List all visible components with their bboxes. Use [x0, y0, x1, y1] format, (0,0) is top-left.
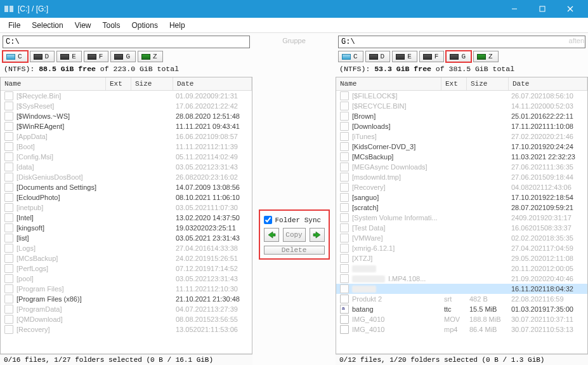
table-row[interactable]: [data]03.05.202123:31:43 [1, 162, 252, 172]
left-filelist-body[interactable]: [$Recycle.Bin]01.09.202009:21:31[$SysRes… [1, 91, 252, 354]
table-row[interactable]: [Program Files]11.11.202112:10:30 [1, 284, 252, 294]
table-row[interactable]: Produkt 2srt482 B22.08.202116:59 [336, 294, 587, 304]
drive-letter: E [407, 53, 412, 60]
table-row[interactable]: [MCsBackup]11.03.2021 22:32:23 [336, 152, 587, 162]
table-row[interactable]: [Test Data]16.06201508:33:37 [336, 223, 587, 233]
table-row[interactable]: [list]03.05.2021 23:31:43 [1, 233, 252, 243]
table-row[interactable]: [$FILELOCK$]26.07.202108:56:10 [336, 91, 587, 101]
drive-button-z[interactable]: Z [473, 51, 499, 62]
folder-icon [340, 244, 349, 253]
drive-button-f[interactable]: F [84, 51, 109, 62]
table-row[interactable]: [sanguo]17.10.201922:18:54 [336, 192, 587, 202]
folder-icon [4, 274, 13, 283]
table-row[interactable]: [AppData]16.06.202109:08:57 [1, 131, 252, 142]
table-row[interactable]: [pool]03.05.202123:31:43 [1, 274, 252, 284]
table-row[interactable]: [msdownld.tmp]27.06.201509:18:44 [336, 172, 587, 182]
drive-button-d[interactable]: D [365, 51, 391, 62]
table-row[interactable]: [$Recycle.Bin]01.09.202009:21:31 [1, 91, 252, 101]
drive-button-e[interactable]: E [56, 51, 82, 62]
table-row[interactable]: 16.11.202118:04:32 [336, 284, 587, 294]
right-filelist-body[interactable]: [$FILELOCK$]26.07.202108:56:10[$RECYCLE.… [336, 91, 587, 354]
table-row[interactable]: [scratch]28.07.202109:59:21 [336, 202, 587, 213]
copy-button[interactable]: Copy [283, 228, 306, 242]
drive-button-g[interactable]: G [110, 51, 136, 62]
table-row[interactable]: [VMWare]02.02.202018:35:35 [336, 233, 587, 243]
table-row[interactable]: [DiskGeniusDosBoot]26.082020:23:16:02 [1, 172, 252, 182]
col-name[interactable]: Name [336, 77, 441, 90]
table-row[interactable]: [Downloads]17.11.202111:10:08 [336, 121, 587, 131]
col-size[interactable]: Size [131, 77, 173, 90]
copy-right-button[interactable] [310, 228, 325, 242]
col-name[interactable]: Name [1, 77, 106, 90]
table-row[interactable]: [Recovery]04.08202112:43:06 [336, 182, 587, 192]
menu-view[interactable]: View [69, 21, 97, 30]
table-row[interactable]: [MCsBackup]24.02.201915:26:51 [1, 253, 252, 263]
drive-button-z[interactable]: Z [138, 51, 163, 62]
left-path-input[interactable] [3, 36, 250, 48]
folder-icon [4, 295, 13, 303]
table-row[interactable]: 20.11.202012:00:05 [336, 263, 587, 274]
table-row[interactable]: IMG_4010MOV188.8 MiB30.07.202110:37:11 [336, 314, 587, 324]
drive-button-g[interactable]: G [446, 51, 471, 62]
table-row[interactable]: [MEGAsync Downloads]27.06.202111:36:35 [336, 162, 587, 172]
menu-file[interactable]: File [3, 21, 26, 30]
table-row[interactable]: [XTZJ]29.05.202012:11:08 [336, 253, 587, 263]
delete-button[interactable]: Delete [264, 246, 325, 255]
table-row[interactable]: I.MP4.108...21.09.202020:40:46 [336, 274, 587, 284]
table-row[interactable]: [Documents and Settings]14.07.2009 13:08… [1, 182, 252, 192]
table-row[interactable]: [System Volume Informati...2409.201920:3… [336, 213, 587, 223]
col-size[interactable]: Size [467, 77, 509, 90]
table-row[interactable]: [KidsCorner-DVD_3]17.10.201920:24:24 [336, 142, 587, 152]
col-date[interactable]: Date [173, 77, 252, 90]
file-icon [340, 315, 349, 324]
menu-selection[interactable]: Selection [26, 21, 69, 30]
row-name: [KidsCorner-DVD_3] [352, 143, 415, 150]
menu-help[interactable]: Help [164, 21, 191, 30]
drive-button-f[interactable]: F [419, 51, 445, 62]
drive-button-c[interactable]: C [338, 51, 363, 62]
table-row[interactable]: [PerfLogs]07.12.201917:14:52 [1, 263, 252, 274]
menu-tools[interactable]: Tools [97, 21, 126, 30]
drive-button-d[interactable]: D [30, 51, 55, 62]
row-name: [data] [16, 163, 34, 171]
table-row[interactable]: [$RECYCLE.BIN]14.11.202000:52:03 [336, 101, 587, 111]
col-date[interactable]: Date [509, 77, 587, 90]
folder-sync-checkbox[interactable] [264, 216, 272, 224]
table-row[interactable]: IMG_4010mp486.4 MiB30.07.202110:53:13 [336, 324, 587, 335]
table-row[interactable]: [iTunes]27.02.202020:21:46 [336, 131, 587, 142]
row-name: IMG_4010 [352, 315, 384, 323]
right-path-input[interactable] [338, 36, 585, 48]
menu-options[interactable]: Options [126, 21, 164, 30]
row-date: 16.06201508:33:37 [509, 224, 587, 232]
maximize-button[interactable] [528, 0, 556, 18]
minimize-button[interactable] [500, 0, 528, 18]
table-row[interactable]: [inetpub]03.05.202111:07:30 [1, 202, 252, 213]
table-row[interactable]: [ProgramData]04.07.202113:27:39 [1, 304, 252, 314]
drive-button-c[interactable]: C [3, 51, 28, 62]
folder-sync-check[interactable]: Folder Sync [264, 216, 325, 224]
svg-marker-7 [313, 232, 320, 238]
table-row[interactable]: [QMDownload]08.08.201523:56:55 [1, 314, 252, 324]
row-date: 04.08202112:43:06 [509, 183, 587, 191]
table-row[interactable]: [kingsoft]19.03202023:25:11 [1, 223, 252, 233]
table-row[interactable]: [Program Files (x86)]21.10.2021 21:30:48 [1, 294, 252, 304]
close-button[interactable] [556, 0, 584, 18]
file-icon [340, 325, 349, 334]
table-row[interactable]: [Config.Msi]05.11.202114:02:49 [1, 152, 252, 162]
table-row[interactable]: [$Windows.~WS]28.08.2020 12:51:48 [1, 111, 252, 121]
table-row[interactable]: [EcloudPhoto]08.10.2021 11:06:10 [1, 192, 252, 202]
table-row[interactable]: [$WinREAgent]11.11.2021 09:43:41 [1, 121, 252, 131]
drive-button-e[interactable]: E [392, 51, 417, 62]
table-row[interactable]: [Logs]27.04.201614:33:38 [1, 243, 252, 253]
table-row[interactable]: [Recovery]13.052021:11:53:06 [1, 324, 252, 335]
table-row[interactable]: [Intel]13.02.2020 14:37:50 [1, 213, 252, 223]
table-row[interactable]: [Brown]25.01.201622:22:11 [336, 111, 587, 121]
col-ext[interactable]: Ext [106, 77, 131, 90]
table-row[interactable]: [xmrig-6.12.1]27.04.202117:04:59 [336, 243, 587, 253]
table-row[interactable]: batangttc15.5 MiB01.03.201917:35:00 [336, 304, 587, 314]
table-row[interactable]: [Boot]11.11.202112:11:39 [1, 142, 252, 152]
body: CDEFGZ (NTFS): 88.5 GiB free of 223.0 Gi… [0, 33, 588, 365]
table-row[interactable]: [$SysReset]17.06.202021:22:42 [1, 101, 252, 111]
col-ext[interactable]: Ext [441, 77, 467, 90]
copy-left-button[interactable] [264, 228, 279, 242]
